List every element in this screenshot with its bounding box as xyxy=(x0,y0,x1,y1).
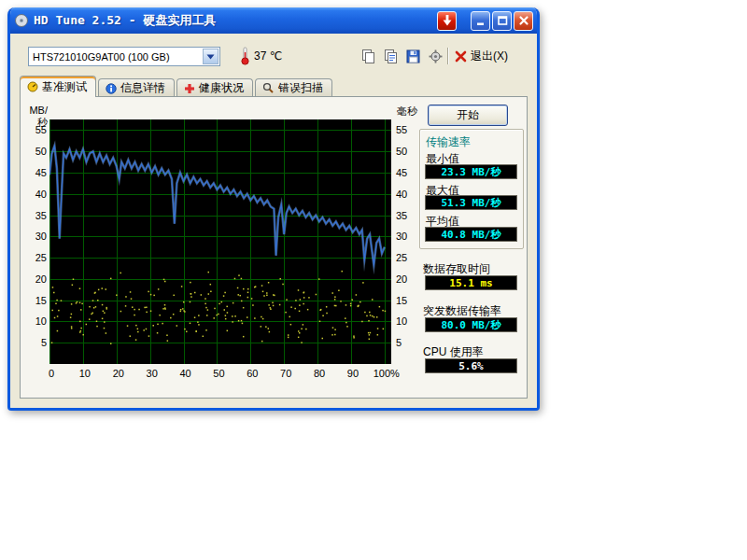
y-tick-right: 15 xyxy=(396,295,420,306)
access-time-value: 15.1 ms xyxy=(425,275,517,290)
x-tick: 50 xyxy=(203,368,234,379)
x-tick: 70 xyxy=(270,368,302,379)
close-icon xyxy=(518,15,529,26)
tab-error-scan[interactable]: 错误扫描 xyxy=(255,78,332,97)
transfer-rate-title: 传输速率 xyxy=(426,134,471,150)
tab-health-label: 健康状况 xyxy=(199,80,244,96)
y-tick-right: 30 xyxy=(396,231,420,242)
minimize-icon xyxy=(475,15,486,26)
y-tick-right: 10 xyxy=(396,315,420,327)
y-tick-left: 10 xyxy=(22,315,47,327)
benchmark-gauge-icon xyxy=(27,81,38,92)
drive-select[interactable]: HTS721010G9AT00 (100 GB) xyxy=(28,47,220,66)
minimize-button[interactable] xyxy=(471,11,490,31)
drive-select-value: HTS721010G9AT00 (100 GB) xyxy=(29,51,203,63)
benchmark-panel: 开始 MB/秒 毫秒 传输速率 最小值 23.3 MB/秒 最大值 51.3 M… xyxy=(20,96,528,399)
toolbar-separator xyxy=(447,48,448,64)
y-tick-right: 25 xyxy=(396,252,420,263)
exit-button[interactable]: 退出(X) xyxy=(455,46,508,66)
dropdown-arrow-icon[interactable] xyxy=(203,49,218,64)
magnifier-icon xyxy=(262,82,275,94)
benchmark-chart xyxy=(49,119,391,364)
tab-error-scan-label: 错误扫描 xyxy=(278,80,323,96)
x-tick: 90 xyxy=(337,368,369,379)
copy-screenshot-button[interactable] xyxy=(358,46,378,66)
cpu-usage-value: 5.6% xyxy=(425,358,517,373)
y-tick-right: 35 xyxy=(396,210,420,221)
y-tick-left: 40 xyxy=(22,189,47,200)
window-title: HD Tune 2.52 - 硬盘实用工具 xyxy=(34,12,216,29)
x-tick: 0 xyxy=(35,368,67,379)
start-button[interactable]: 开始 xyxy=(428,105,508,126)
x-tick: 80 xyxy=(303,368,335,379)
download-arrow-icon xyxy=(442,14,453,27)
y-tick-right: 20 xyxy=(396,273,420,285)
copy-text-button[interactable] xyxy=(380,46,401,66)
avg-value: 40.8 MB/秒 xyxy=(425,227,517,242)
y-tick-left: 50 xyxy=(22,146,47,157)
tab-strip: 基准测试 信息详情 健康状况 xyxy=(20,76,334,97)
y-tick-left: 20 xyxy=(22,273,47,285)
info-icon xyxy=(106,83,117,94)
options-button[interactable] xyxy=(425,46,445,66)
y-tick-left: 15 xyxy=(22,295,47,306)
y-tick-left: 45 xyxy=(22,167,47,178)
title-bar[interactable]: HD Tune 2.52 - 硬盘实用工具 xyxy=(10,7,537,34)
tab-health[interactable]: 健康状况 xyxy=(176,78,253,97)
exit-x-icon xyxy=(455,50,467,63)
maximize-icon xyxy=(497,15,508,26)
x-tick: 100% xyxy=(371,368,402,379)
x-tick: 60 xyxy=(236,368,268,379)
x-tick: 10 xyxy=(69,368,101,379)
y-tick-left: 5 xyxy=(22,337,47,348)
save-icon xyxy=(405,49,421,64)
exit-label: 退出(X) xyxy=(471,49,508,64)
app-icon xyxy=(14,13,29,28)
temperature-indicator: 37 ℃ xyxy=(240,45,282,67)
y-tick-left: 55 xyxy=(22,124,47,135)
y-tick-left: 25 xyxy=(22,252,47,263)
y-tick-right: 45 xyxy=(396,167,420,178)
hdtune-window: HD Tune 2.52 - 硬盘实用工具 xyxy=(7,7,540,411)
y-tick-right: 50 xyxy=(396,146,420,157)
y-axis-label-right: 毫秒 xyxy=(397,105,434,119)
download-button[interactable] xyxy=(437,11,457,31)
save-screenshot-button[interactable] xyxy=(402,46,423,66)
thermometer-icon xyxy=(240,47,250,65)
tab-info[interactable]: 信息详情 xyxy=(98,78,175,97)
burst-rate-value: 80.0 MB/秒 xyxy=(425,317,517,332)
options-gear-icon xyxy=(428,49,444,64)
health-cross-icon xyxy=(184,83,195,94)
copy-text-icon xyxy=(383,49,399,64)
y-tick-right: 40 xyxy=(396,189,420,200)
tab-benchmark[interactable]: 基准测试 xyxy=(20,76,96,97)
tab-info-label: 信息详情 xyxy=(120,80,165,96)
copy-icon xyxy=(360,49,376,64)
tab-benchmark-label: 基准测试 xyxy=(42,79,87,95)
max-value: 51.3 MB/秒 xyxy=(425,195,517,210)
x-tick: 30 xyxy=(136,368,168,379)
y-tick-left: 30 xyxy=(22,231,47,242)
y-tick-left: 35 xyxy=(22,210,47,221)
x-tick: 40 xyxy=(170,368,202,379)
window-body: HTS721010G9AT00 (100 GB) 37 ℃ xyxy=(10,34,537,408)
y-tick-right: 55 xyxy=(396,124,420,135)
close-button[interactable] xyxy=(514,11,533,31)
x-tick: 20 xyxy=(103,368,134,379)
temperature-value: 37 ℃ xyxy=(254,49,282,63)
maximize-button[interactable] xyxy=(492,11,512,31)
min-value: 23.3 MB/秒 xyxy=(425,164,517,179)
y-tick-right: 5 xyxy=(396,337,420,348)
